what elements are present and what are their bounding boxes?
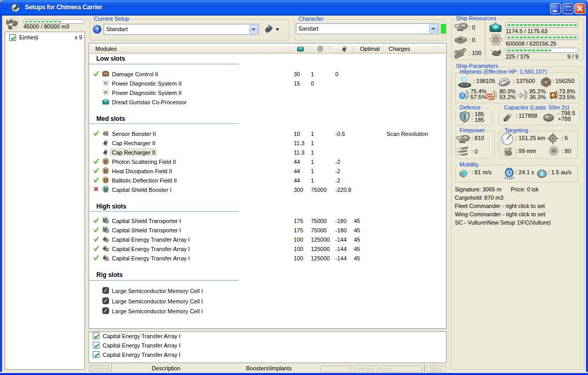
svg-text:?: ? [95,26,99,33]
